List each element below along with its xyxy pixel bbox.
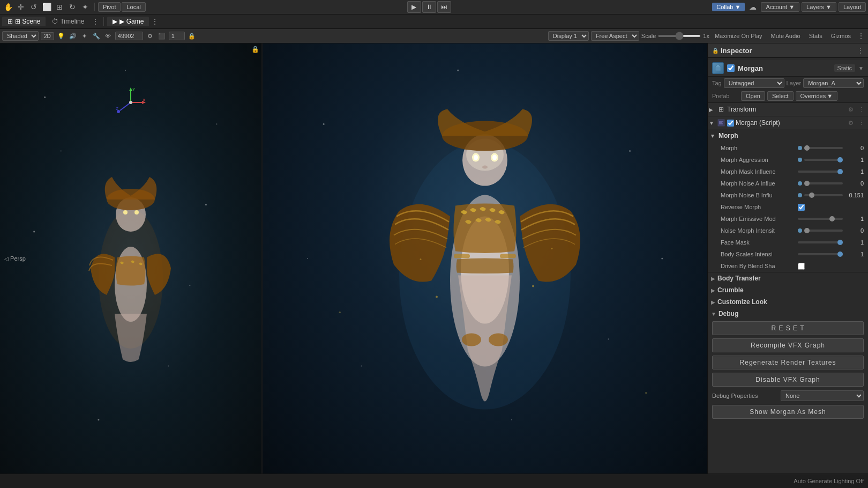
step-icon[interactable]: ⬛ xyxy=(157,31,167,41)
transform-header[interactable]: ▶ ⊞ Transform ⚙ ⋮ xyxy=(708,103,868,116)
prop-slider-3[interactable] xyxy=(804,182,843,184)
customize-look-section[interactable]: ▶ Customize Look xyxy=(708,296,868,308)
prop-slider-0[interactable] xyxy=(804,147,843,149)
body-transfer-label: Body Transfer xyxy=(717,275,761,282)
svg-rect-37 xyxy=(500,254,516,258)
maximize-button[interactable]: Maximize On Play xyxy=(712,32,766,40)
prop-value-0: 0 xyxy=(845,145,864,151)
debug-properties-row: Debug Properties None xyxy=(708,388,868,403)
tag-select[interactable]: Untagged xyxy=(724,78,784,88)
aspect-select[interactable]: Free Aspect xyxy=(591,31,639,41)
second-bar: ⊞ ⊞ Scene ⏱ Timeline ⋮ ▶ ▶ Game ⋮ xyxy=(0,14,868,29)
third-bar: Shaded 2D 💡 🔊 ✦ 🔧 👁 ⚙ ⬛ 🔒 Display 1 Free… xyxy=(0,29,868,43)
play-button[interactable]: ▶ xyxy=(407,1,421,13)
toolbar-more[interactable]: ⋮ xyxy=(856,31,866,41)
light-icon[interactable]: 💡 xyxy=(56,31,66,41)
reset-button[interactable]: R E S E T xyxy=(712,321,864,335)
display-select[interactable]: Display 1 xyxy=(548,31,589,41)
disable-vfx-button[interactable]: Disable VFX Graph xyxy=(712,373,864,387)
inspector-menu-icon[interactable]: ⋮ xyxy=(857,47,864,54)
debug-arrow: ▼ xyxy=(711,311,716,317)
prefab-select-button[interactable]: Select xyxy=(767,91,794,101)
prop-dot-0 xyxy=(798,146,802,150)
regenerate-button[interactable]: Regenerate Render Textures xyxy=(712,356,864,369)
script-actions: ⚙ ⋮ xyxy=(847,119,866,127)
morph-section-header[interactable]: ▼ Morph xyxy=(708,129,868,142)
cloud-icon[interactable]: ☁ xyxy=(747,1,759,13)
prop-checkbox-10[interactable] xyxy=(798,263,805,270)
crumble-section[interactable]: ▶ Crumble xyxy=(708,284,868,296)
prop-slider-9[interactable] xyxy=(798,253,843,255)
static-chevron[interactable]: ▼ xyxy=(858,65,864,71)
prop-row-10: Driven By Blend Sha xyxy=(708,260,868,272)
script-active-checkbox[interactable] xyxy=(727,120,734,127)
recompile-button[interactable]: Recompile VFX Graph xyxy=(712,338,864,352)
move-tool-icon[interactable]: ✛ xyxy=(15,1,27,13)
audio-icon[interactable]: 🔊 xyxy=(68,31,78,41)
count-field[interactable] xyxy=(115,32,143,40)
object-header: Morgan Static ▼ xyxy=(708,60,868,77)
layout-button[interactable]: Layout xyxy=(839,2,866,12)
refresh-icon[interactable]: ↺ xyxy=(28,1,40,13)
stats-button[interactable]: Stats xyxy=(806,32,826,40)
collab-button[interactable]: Collab ▼ xyxy=(712,3,745,11)
scale-slider[interactable] xyxy=(658,35,701,37)
debug-section[interactable]: ▼ Debug xyxy=(708,308,868,320)
prop-slider-8[interactable] xyxy=(798,241,843,243)
shaded-select[interactable]: Shaded xyxy=(2,31,39,41)
script-arrow: ▼ xyxy=(709,120,715,126)
rotate-tool-icon[interactable]: ↻ xyxy=(66,1,78,13)
layer-select[interactable]: Morgan_A xyxy=(803,78,864,88)
script-header[interactable]: ▼ Morgan (Script) ⚙ ⋮ xyxy=(708,116,868,129)
prop-slider-2[interactable] xyxy=(798,171,843,173)
account-button[interactable]: Account ▼ xyxy=(761,2,799,12)
object-active-checkbox[interactable] xyxy=(727,64,735,72)
local-button[interactable]: Local xyxy=(122,2,145,12)
svg-point-34 xyxy=(482,166,488,169)
prop-slider-4[interactable] xyxy=(804,194,843,196)
step-field[interactable] xyxy=(169,32,185,40)
show-morgan-button[interactable]: Show Morgan As Mesh xyxy=(712,405,864,419)
transform-settings-icon[interactable]: ⚙ xyxy=(847,106,855,114)
prop-slider-7[interactable] xyxy=(804,230,843,232)
overrides-button[interactable]: Overrides ▼ xyxy=(796,91,838,101)
body-transfer-section[interactable]: ▶ Body Transfer xyxy=(708,272,868,284)
hidden-icon[interactable]: 👁 xyxy=(103,31,113,41)
scale-tool-icon[interactable]: ⊞ xyxy=(54,1,65,13)
lock-icon[interactable]: 🔒 xyxy=(187,31,197,41)
prop-slider-6[interactable] xyxy=(798,218,843,220)
status-bar: Auto Generate Lighting Off xyxy=(0,474,868,488)
prop-row-1: Morph Aggression1 xyxy=(708,154,868,166)
settings-icon[interactable]: ⚙ xyxy=(145,31,155,41)
script-settings-icon[interactable]: ⚙ xyxy=(847,119,855,127)
layers-button[interactable]: Layers ▼ xyxy=(802,2,836,12)
debug-prop-select[interactable]: None xyxy=(781,390,864,401)
script-more-icon[interactable]: ⋮ xyxy=(857,119,866,127)
prefab-open-button[interactable]: Open xyxy=(741,91,765,101)
hand-tool-icon[interactable]: ✋ xyxy=(2,1,14,13)
svg-point-53 xyxy=(339,312,341,313)
step-button[interactable]: ⏭ xyxy=(437,1,451,13)
rect-tool-icon[interactable]: ⬜ xyxy=(41,1,53,13)
2d-button[interactable]: 2D xyxy=(41,32,54,40)
timeline-tab[interactable]: ⏱ Timeline xyxy=(47,17,89,26)
combined-tool-icon[interactable]: ✦ xyxy=(79,1,91,13)
mute-button[interactable]: Mute Audio xyxy=(768,32,804,40)
scene-more-button[interactable]: ⋮ xyxy=(91,17,100,26)
scene-viewport[interactable]: Y X Z xyxy=(0,43,263,474)
game-more-button[interactable]: ⋮ xyxy=(150,17,160,26)
game-viewport[interactable] xyxy=(263,43,707,474)
scene-tools-icon[interactable]: 🔧 xyxy=(92,31,101,41)
viewport-lock-icon[interactable]: 🔒 xyxy=(251,46,259,53)
pause-button[interactable]: ⏸ xyxy=(422,1,436,13)
debug-label: Debug xyxy=(719,310,738,317)
fx-icon[interactable]: ✦ xyxy=(80,31,89,41)
gizmos-button[interactable]: Gizmos xyxy=(828,32,854,40)
transform-more-icon[interactable]: ⋮ xyxy=(857,106,866,114)
scene-tab[interactable]: ⊞ ⊞ Scene xyxy=(2,17,46,26)
game-tab[interactable]: ▶ ▶ Game xyxy=(107,17,149,26)
prop-slider-1[interactable] xyxy=(804,159,843,161)
prop-checkbox-5[interactable] xyxy=(798,204,805,211)
svg-text:Z: Z xyxy=(116,106,118,111)
pivot-button[interactable]: Pivot xyxy=(98,2,121,12)
